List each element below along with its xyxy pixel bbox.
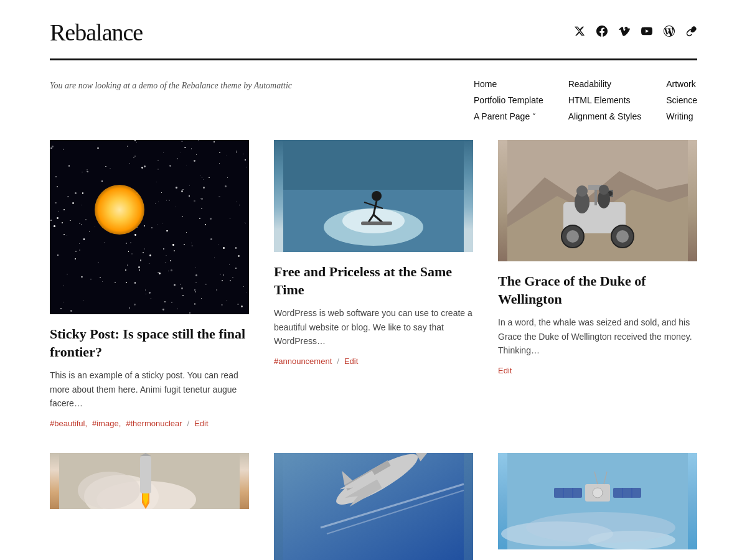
post-3-excerpt: In a word, the whale was seized and sold… — [498, 315, 697, 357]
post-4-image[interactable] — [50, 453, 249, 509]
nav-writing[interactable]: Writing — [666, 111, 697, 121]
post-5-image[interactable] — [274, 453, 473, 560]
nav-artwork[interactable]: Artwork — [666, 79, 697, 89]
nav-col-3: Artwork Science Writing — [666, 79, 697, 121]
post-2-separator: / — [337, 357, 339, 366]
nav-area: You are now looking at a demo of the Reb… — [0, 60, 747, 140]
post-1-image[interactable] — [50, 140, 249, 314]
svg-rect-50 — [554, 488, 582, 498]
svg-point-58 — [593, 488, 603, 498]
post-1-tag-3[interactable]: #thermonuclear — [126, 419, 182, 428]
social-nav — [574, 26, 697, 39]
vimeo-icon[interactable] — [619, 26, 630, 39]
nav-science[interactable]: Science — [666, 95, 697, 105]
nav-readability[interactable]: Readability — [568, 79, 642, 89]
post-1-edit[interactable]: Edit — [194, 419, 208, 428]
svg-point-24 — [576, 185, 588, 197]
post-1-excerpt: This is an example of a sticky post. You… — [50, 368, 249, 410]
post-2-excerpt: WordPress is web software you can use to… — [274, 306, 473, 348]
post-3-title[interactable]: The Grace of the Duke of Wellington — [498, 273, 697, 308]
nav-col-1: Home Portfolio Template A Parent Page — [474, 79, 543, 121]
svg-point-16 — [566, 230, 579, 243]
twitter-icon[interactable] — [574, 26, 585, 39]
nav-html-elements[interactable]: HTML Elements — [568, 95, 642, 105]
main-nav: Home Portfolio Template A Parent Page Re… — [474, 79, 697, 121]
post-1-tag-2[interactable]: #image, — [92, 419, 121, 428]
nav-portfolio-template[interactable]: Portfolio Template — [474, 95, 543, 105]
post-2-image[interactable] — [274, 140, 473, 252]
site-title: Rebalance — [50, 19, 143, 46]
post-2-title[interactable]: Free and Priceless at the Same Time — [274, 263, 473, 299]
post-card-4 — [50, 453, 249, 560]
svg-point-26 — [599, 185, 609, 195]
link-icon[interactable] — [686, 26, 697, 39]
wordpress-icon[interactable] — [664, 26, 675, 39]
post-3-edit[interactable]: Edit — [498, 366, 512, 375]
svg-rect-10 — [361, 222, 392, 225]
nav-home[interactable]: Home — [474, 79, 543, 89]
post-2-meta: #announcement / Edit — [274, 357, 473, 366]
post-card-3: The Grace of the Duke of Wellington In a… — [498, 140, 697, 428]
svg-point-30 — [78, 472, 140, 509]
post-1-separator: / — [187, 419, 190, 428]
post-1-title[interactable]: Sticky Post: Is space still the final fr… — [50, 325, 249, 361]
svg-rect-51 — [613, 488, 641, 498]
nav-col-2: Readability HTML Elements Alignment & St… — [568, 79, 642, 121]
post-card-2: Free and Priceless at the Same Time Word… — [274, 140, 473, 428]
youtube-icon[interactable] — [641, 26, 652, 39]
post-3-meta: Edit — [498, 366, 697, 375]
post-1-tag-1[interactable]: #beautiful, — [50, 419, 87, 428]
post-card-1: Sticky Post: Is space still the final fr… — [50, 140, 249, 428]
site-description: You are now looking at a demo of the Reb… — [50, 79, 292, 121]
post-3-image[interactable] — [498, 140, 697, 261]
svg-point-4 — [372, 191, 382, 201]
post-2-edit[interactable]: Edit — [344, 357, 358, 366]
content-grid: Sticky Post: Is space still the final fr… — [0, 140, 747, 560]
site-header: Rebalance — [0, 0, 747, 58]
nav-parent-page[interactable]: A Parent Page — [474, 111, 543, 121]
post-1-meta: #beautiful, #image, #thermonuclear / Edi… — [50, 419, 249, 428]
post-card-5 — [274, 453, 473, 560]
post-2-tag-1[interactable]: #announcement — [274, 357, 332, 366]
facebook-icon[interactable] — [596, 26, 608, 39]
nav-alignment-styles[interactable]: Alignment & Styles — [568, 111, 642, 121]
svg-point-18 — [616, 230, 629, 243]
svg-point-48 — [526, 512, 675, 543]
post-card-6 — [498, 453, 697, 560]
post-6-image[interactable] — [498, 453, 697, 549]
svg-rect-31 — [140, 456, 151, 493]
